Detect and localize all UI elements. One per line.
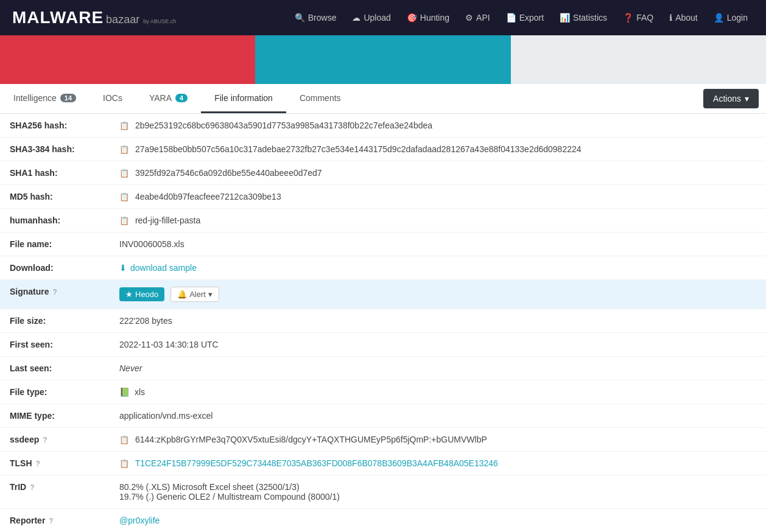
tab-actions-container: Actions ▾	[696, 84, 766, 113]
filename-value: INV00060058.xls	[110, 233, 766, 256]
copy-icon[interactable]: 📋	[119, 121, 129, 130]
humanhash-row: humanhash: 📋 red-jig-fillet-pasta	[0, 209, 766, 233]
copy-icon-sha1[interactable]: 📋	[119, 169, 129, 178]
search-icon: 🔍	[295, 13, 305, 23]
brand-bazaar: bazaar	[106, 13, 139, 26]
help-icon-ssdeep: ?	[43, 436, 47, 444]
download-link[interactable]: ⬇ download sample	[119, 263, 756, 273]
file-info-table: SHA256 hash: 📋 2b9e253192c68bc69638043a5…	[0, 114, 766, 532]
nav-links: 🔍Browse ☁Upload 🎯Hunting ⚙API 📄Export 📊S…	[289, 9, 754, 26]
nav-upload[interactable]: ☁Upload	[346, 9, 396, 26]
intelligence-badge: 14	[60, 94, 76, 102]
tab-file-information[interactable]: File information	[201, 84, 286, 113]
filename-row: File name: INV00060058.xls	[0, 233, 766, 256]
tab-iocs[interactable]: IOCs	[90, 84, 136, 113]
yara-badge: 4	[175, 94, 188, 102]
bell-icon: 🔔	[177, 290, 187, 299]
banner-light	[511, 35, 766, 84]
trid-label: TrID ?	[0, 475, 110, 509]
navbar: MALWARE bazaar by ABUSE.ch 🔍Browse ☁Uplo…	[0, 0, 766, 35]
sha256-row: SHA256 hash: 📋 2b9e253192c68bc69638043a5…	[0, 114, 766, 138]
sha1-row: SHA1 hash: 📋 3925fd92a7546c6a092d6be55e4…	[0, 161, 766, 185]
ssdeep-value: 📋 6144:zKpb8rGYrMPe3q7Q0XV5xtuEsi8/dgcyY…	[110, 428, 766, 452]
sha256-value: 📋 2b9e253192c68bc69638043a5901d7753a9985…	[110, 114, 766, 138]
mimetype-value: application/vnd.ms-excel	[110, 404, 766, 428]
signature-row: Signature ? ★ Heodo 🔔 Alert ▾	[0, 280, 766, 309]
tlsh-label: TLSH ?	[0, 452, 110, 475]
filetype-row: File type: 📗 xls	[0, 380, 766, 404]
md5-label: MD5 hash:	[0, 185, 110, 209]
trid-value: 80.2% (.XLS) Microsoft Excel sheet (3250…	[110, 475, 766, 509]
sha1-value: 📋 3925fd92a7546c6a092d6be55e440abeee0d7e…	[110, 161, 766, 185]
banner-row	[0, 35, 766, 84]
reporter-label: Reporter ?	[0, 509, 110, 533]
tab-comments[interactable]: Comments	[286, 84, 354, 113]
first-seen-value: 2022-11-03 14:30:18 UTC	[110, 333, 766, 357]
tab-yara[interactable]: YARA 4	[136, 84, 201, 113]
help-icon-trid: ?	[30, 483, 34, 492]
last-seen-value: Never	[110, 357, 766, 380]
help-icon-reporter: ?	[49, 517, 53, 525]
statistics-icon: 📊	[560, 13, 570, 23]
tlsh-row: TLSH ? 📋 T1CE24F15B77999E5DF529C73448E70…	[0, 452, 766, 475]
brand-malware: MALWARE	[12, 8, 104, 27]
brand-abuse: by ABUSE.ch	[143, 18, 176, 24]
nav-hunting[interactable]: 🎯Hunting	[401, 9, 455, 26]
filesize-row: File size: 222'208 bytes	[0, 309, 766, 333]
md5-row: MD5 hash: 📋 4eabe4d0b97feacfeee7212ca309…	[0, 185, 766, 209]
tab-intelligence[interactable]: Intelligence 14	[0, 84, 90, 113]
ssdeep-label: ssdeep ?	[0, 428, 110, 452]
filetype-label: File type:	[0, 380, 110, 404]
sha1-label: SHA1 hash:	[0, 161, 110, 185]
humanhash-value: 📋 red-jig-fillet-pasta	[110, 209, 766, 233]
copy-icon-sha3[interactable]: 📋	[119, 145, 129, 154]
nav-login[interactable]: 👤Login	[708, 9, 754, 26]
filename-label: File name:	[0, 233, 110, 256]
login-icon: 👤	[714, 13, 724, 23]
tlsh-link[interactable]: T1CE24F15B77999E5DF529C73448E7035AB363FD…	[135, 458, 498, 468]
copy-icon-ssdeep[interactable]: 📋	[119, 435, 129, 444]
sha256-label: SHA256 hash:	[0, 114, 110, 138]
signature-value: ★ Heodo 🔔 Alert ▾	[110, 280, 766, 309]
hunting-icon: 🎯	[407, 13, 417, 23]
filesize-label: File size:	[0, 309, 110, 333]
help-icon-signature: ?	[52, 288, 57, 296]
filetype-value: 📗 xls	[110, 380, 766, 404]
md5-value: 📋 4eabe4d0b97feacfeee7212ca309be13	[110, 185, 766, 209]
signature-label: Signature ?	[0, 280, 110, 309]
trid-row: TrID ? 80.2% (.XLS) Microsoft Excel shee…	[0, 475, 766, 509]
banner-red	[0, 35, 255, 84]
download-value: ⬇ download sample	[110, 256, 766, 280]
copy-icon-humanhash[interactable]: 📋	[119, 216, 129, 225]
copy-icon-md5[interactable]: 📋	[119, 192, 129, 201]
download-row: Download: ⬇ download sample	[0, 256, 766, 280]
nav-browse[interactable]: 🔍Browse	[289, 9, 343, 26]
copy-icon-tlsh[interactable]: 📋	[119, 459, 129, 468]
heodo-badge[interactable]: ★ Heodo	[119, 287, 164, 301]
upload-icon: ☁	[352, 13, 360, 23]
reporter-link[interactable]: @pr0xylife	[119, 516, 160, 525]
file-information-content: SHA256 hash: 📋 2b9e253192c68bc69638043a5…	[0, 114, 766, 532]
alert-badge[interactable]: 🔔 Alert ▾	[170, 287, 219, 302]
nav-api[interactable]: ⚙API	[459, 9, 496, 26]
filesize-value: 222'208 bytes	[110, 309, 766, 333]
humanhash-label: humanhash:	[0, 209, 110, 233]
help-icon-tlsh: ?	[35, 460, 40, 468]
ssdeep-row: ssdeep ? 📋 6144:zKpb8rGYrMPe3q7Q0XV5xtuE…	[0, 428, 766, 452]
nav-export[interactable]: 📄Export	[500, 9, 550, 26]
xls-file-icon: 📗	[119, 387, 130, 397]
sha3-label: SHA3-384 hash:	[0, 138, 110, 161]
reporter-row: Reporter ? @pr0xylife	[0, 509, 766, 533]
nav-about[interactable]: ℹAbout	[663, 9, 704, 26]
download-icon: ⬇	[119, 263, 127, 273]
nav-statistics[interactable]: 📊Statistics	[553, 9, 613, 26]
chevron-down-icon: ▾	[745, 94, 749, 103]
about-icon: ℹ	[669, 13, 672, 23]
sha3-value: 📋 27a9e158be0bb507c56a10c317adebae2732fb…	[110, 138, 766, 161]
chevron-down-icon-alert: ▾	[208, 290, 213, 299]
actions-button[interactable]: Actions ▾	[703, 89, 759, 108]
brand: MALWARE bazaar by ABUSE.ch	[12, 8, 176, 27]
nav-faq[interactable]: ❓FAQ	[617, 9, 659, 26]
first-seen-row: First seen: 2022-11-03 14:30:18 UTC	[0, 333, 766, 357]
reporter-value: @pr0xylife	[110, 509, 766, 533]
